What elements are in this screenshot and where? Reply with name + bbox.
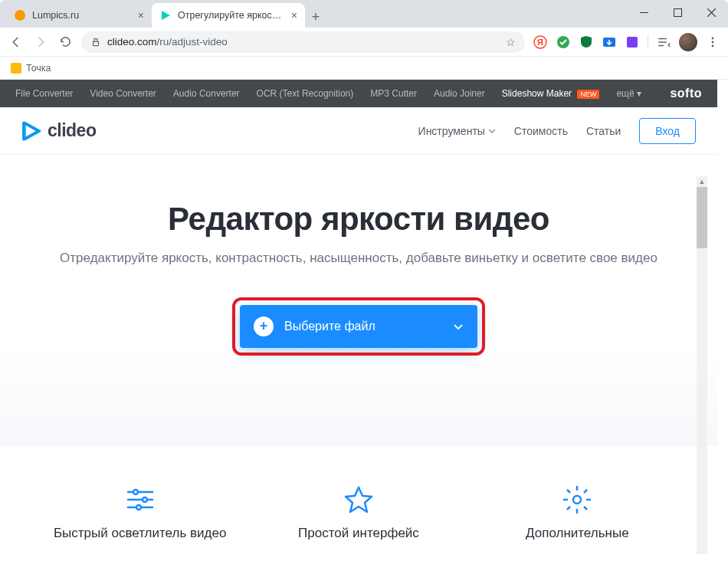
close-icon[interactable]: ×: [291, 9, 297, 21]
forward-button[interactable]: [32, 34, 49, 51]
new-tab-button[interactable]: +: [305, 6, 326, 28]
profile-avatar[interactable]: [679, 33, 697, 51]
url-path: /ru/adjust-video: [157, 36, 228, 48]
yandex-ext-icon[interactable]: Я: [533, 34, 548, 50]
reading-list-icon[interactable]: [656, 34, 671, 50]
softo-more[interactable]: ещё ▾: [616, 88, 641, 99]
feature-item: Дополнительные: [477, 484, 677, 541]
softo-link-active[interactable]: Slideshow Maker NEW: [502, 88, 600, 99]
bookmarks-bar: Точка: [0, 57, 728, 80]
logo-text: clideo: [48, 120, 96, 141]
feature-item: Быстрый осветлитель видео: [41, 484, 240, 541]
check-ext-icon[interactable]: [556, 34, 571, 50]
url-host: clideo.com: [107, 36, 157, 48]
clideo-logo[interactable]: clideo: [21, 120, 96, 141]
savefrom-ext-icon[interactable]: [602, 34, 617, 50]
svg-rect-3: [674, 8, 681, 16]
svg-point-20: [136, 505, 141, 510]
plus-icon: +: [254, 317, 274, 336]
feature-item: Простой интерфейс: [259, 484, 458, 541]
feature-title: Быстрый осветлитель видео: [41, 526, 240, 541]
nav-pricing[interactable]: Стоимость: [514, 125, 568, 137]
close-icon[interactable]: ×: [138, 9, 144, 21]
softo-logo[interactable]: softo: [670, 87, 702, 100]
bookmark-favicon: [11, 63, 21, 74]
upload-area: + Выберите файл: [240, 305, 477, 348]
menu-icon[interactable]: [705, 34, 720, 50]
svg-rect-9: [627, 37, 638, 48]
nav-tools[interactable]: Инструменты: [418, 125, 496, 137]
chevron-down-icon: ▾: [637, 88, 641, 99]
choose-file-button[interactable]: + Выберите файл: [240, 305, 477, 348]
svg-rect-4: [93, 41, 99, 45]
clideo-favicon: [159, 9, 172, 21]
feature-title: Простой интерфейс: [259, 526, 458, 541]
svg-marker-21: [346, 487, 372, 512]
softo-more-label: ещё: [616, 88, 634, 99]
upload-label: Выберите файл: [284, 320, 375, 333]
star-icon: [343, 484, 374, 515]
softo-link[interactable]: File Converter: [15, 88, 73, 99]
softo-link[interactable]: Video Converter: [90, 88, 156, 99]
scroll-up-icon[interactable]: ▲: [697, 176, 707, 187]
separator: [648, 35, 648, 49]
vertical-scrollbar[interactable]: ▲: [697, 176, 707, 554]
softo-link[interactable]: OCR (Text Recognition): [257, 88, 354, 99]
browser-tab-strip: Lumpics.ru × Отрегулируйте яркость, конт…: [0, 0, 728, 28]
site-header: clideo Инструменты Стоимость Статьи Вход: [0, 107, 717, 155]
svg-point-16: [133, 490, 138, 494]
softo-link[interactable]: Audio Converter: [173, 88, 240, 99]
browser-address-bar: clideo.com/ru/adjust-video ☆ Я: [0, 28, 728, 57]
browser-tab-active[interactable]: Отрегулируйте яркость, контра ×: [152, 3, 305, 28]
svg-rect-2: [640, 12, 648, 13]
nav-articles[interactable]: Статьи: [586, 125, 621, 137]
back-button[interactable]: [8, 34, 25, 51]
play-icon: [21, 121, 41, 141]
features-row: Быстрый осветлитель видео Простой интерф…: [0, 446, 717, 541]
svg-point-10: [712, 37, 714, 39]
svg-text:Я: Я: [537, 38, 543, 47]
adblock-ext-icon[interactable]: [579, 34, 594, 50]
svg-marker-1: [162, 11, 170, 20]
softo-link[interactable]: MP3 Cutter: [370, 88, 417, 99]
window-close-icon[interactable]: [700, 2, 722, 23]
lumpics-favicon: [14, 9, 26, 21]
svg-point-22: [573, 496, 581, 503]
anydesk-ext-icon[interactable]: [625, 34, 640, 50]
url-input[interactable]: clideo.com/ru/adjust-video ☆: [81, 31, 525, 53]
bookmark-star-icon[interactable]: ☆: [506, 36, 516, 48]
browser-tab-inactive[interactable]: Lumpics.ru ×: [6, 3, 152, 28]
svg-point-12: [712, 44, 714, 47]
lock-icon: [90, 37, 101, 48]
reload-button[interactable]: [57, 34, 74, 51]
page-title: Редактор яркости видео: [31, 201, 687, 238]
chevron-down-icon: [488, 127, 496, 135]
extension-icons: Я: [533, 33, 720, 51]
svg-point-0: [15, 10, 25, 21]
svg-point-11: [712, 41, 714, 43]
nav-label: Инструменты: [418, 125, 485, 137]
new-badge: NEW: [577, 90, 599, 99]
site-nav: Инструменты Стоимость Статьи Вход: [418, 118, 696, 144]
window-maximize-icon[interactable]: [667, 2, 688, 23]
softo-topbar: File Converter Video Converter Audio Con…: [0, 80, 717, 107]
gear-icon: [562, 484, 592, 515]
sliders-icon: [125, 484, 156, 515]
softo-link[interactable]: Audio Joiner: [434, 88, 485, 99]
feature-title: Дополнительные: [477, 526, 677, 541]
chevron-down-icon[interactable]: [453, 321, 464, 332]
svg-point-18: [143, 497, 147, 502]
login-button[interactable]: Вход: [639, 118, 696, 144]
hero-section: Редактор яркости видео Отредактируйте яр…: [0, 155, 717, 446]
scrollbar-thumb[interactable]: [697, 187, 707, 248]
bookmark-item[interactable]: Точка: [26, 63, 51, 74]
window-minimize-icon[interactable]: [633, 2, 654, 23]
softo-link-label: Slideshow Maker: [502, 88, 572, 99]
tab-title: Отрегулируйте яркость, контра: [178, 10, 285, 21]
tab-title: Lumpics.ru: [32, 10, 132, 21]
page-subtitle: Отредактируйте яркость, контрастность, н…: [44, 248, 673, 268]
